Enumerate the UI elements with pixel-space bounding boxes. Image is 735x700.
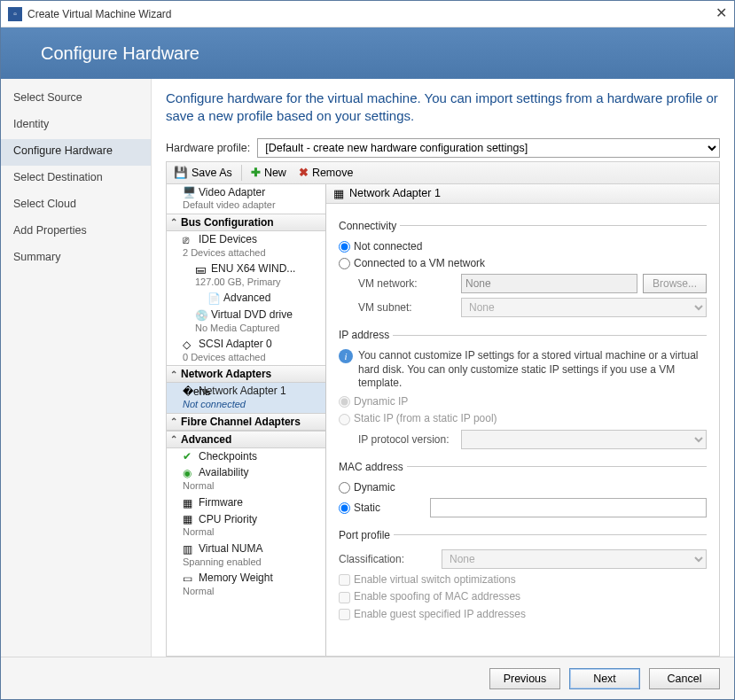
- port-profile-legend: Port profile: [339, 529, 394, 541]
- vm-subnet-select: None: [461, 298, 707, 317]
- collapse-icon: ⌃: [170, 217, 177, 227]
- main-panel: Configure hardware for the virtual machi…: [152, 79, 734, 657]
- step-select-cloud[interactable]: Select Cloud: [1, 192, 151, 219]
- dvd-icon: 💿: [195, 309, 207, 322]
- tree-dvd[interactable]: 💿Virtual DVD drive No Media Captured: [167, 307, 325, 336]
- disk-icon: 🖴: [195, 263, 207, 276]
- controller-icon: ⎚: [183, 234, 195, 246]
- tree-video-adapter[interactable]: 🖥️Video Adapter Default video adapter: [167, 184, 325, 214]
- mac-address-legend: MAC address: [339, 461, 407, 473]
- banner: Configure Hardware: [1, 27, 734, 79]
- scsi-icon: ◇: [183, 338, 195, 351]
- remove-button[interactable]: ✖ Remove: [293, 165, 359, 180]
- hardware-tree[interactable]: 🖥️Video Adapter Default video adapter ⌃B…: [167, 184, 326, 657]
- tree-disk[interactable]: 🖴ENU X64 WIND... 127.00 GB, Primary: [167, 261, 325, 290]
- toolbar-separator: [241, 165, 242, 181]
- step-add-properties[interactable]: Add Properties: [1, 219, 151, 245]
- collapse-icon: ⌃: [170, 434, 177, 444]
- monitor-icon: 🖥️: [183, 186, 195, 198]
- availability-icon: ◉: [183, 467, 195, 479]
- connectivity-group: Connectivity Not connected Connected to …: [339, 220, 707, 323]
- ip-protocol-label: IP protocol version:: [358, 433, 456, 446]
- details-body: Connectivity Not connected Connected to …: [326, 204, 719, 632]
- details-panel: ▦ Network Adapter 1 Connectivity Not con…: [326, 184, 719, 657]
- page-icon: 📄: [207, 292, 220, 305]
- save-as-button[interactable]: 💾 Save As: [168, 165, 238, 180]
- close-icon[interactable]: ✕: [715, 4, 727, 21]
- memory-icon: ▭: [183, 572, 195, 585]
- hardware-profile-select[interactable]: [Default - create new hardware configura…: [257, 138, 720, 158]
- step-configure-hardware[interactable]: Configure Hardware: [1, 139, 151, 166]
- tree-checkpoints[interactable]: ✔Checkpoints: [167, 448, 325, 465]
- collapse-icon: ⌃: [170, 369, 177, 379]
- ip-address-group: IP address i You cannot customize IP set…: [339, 329, 707, 453]
- step-summary[interactable]: Summary: [1, 245, 151, 272]
- intro-text: Configure hardware for the virtual machi…: [166, 89, 720, 126]
- mac-address-group: MAC address Dynamic Static: [339, 461, 707, 522]
- radio-mac-static[interactable]: Static: [339, 502, 380, 514]
- tree-availability[interactable]: ◉Availability Normal: [167, 464, 325, 494]
- step-select-source[interactable]: Select Source: [1, 86, 151, 113]
- remove-icon: ✖: [299, 166, 309, 179]
- hardware-area: 🖥️Video Adapter Default video adapter ⌃B…: [166, 184, 720, 657]
- tree-ide-devices[interactable]: ⎚IDE Devices 2 Devices attached: [167, 231, 325, 261]
- wizard-footer: Previous Next Cancel: [1, 657, 734, 699]
- tree-cat-network[interactable]: ⌃Network Adapters: [167, 365, 325, 383]
- titlebar: ▫ Create Virtual Machine Wizard ✕: [1, 1, 734, 27]
- new-button[interactable]: ✚ New: [246, 165, 292, 180]
- radio-mac-dynamic[interactable]: Dynamic: [339, 481, 395, 494]
- previous-button[interactable]: Previous: [489, 668, 560, 689]
- radio-not-connected[interactable]: Not connected: [339, 240, 422, 253]
- vm-subnet-label: VM subnet:: [358, 301, 456, 314]
- ip-info-text: You cannot customize IP settings for a s…: [358, 349, 707, 391]
- browse-button: Browse...: [643, 274, 707, 293]
- save-icon: 💾: [174, 166, 188, 179]
- check-icon: ✔: [183, 450, 195, 463]
- banner-title: Configure Hardware: [41, 43, 199, 64]
- nic-icon: ▦: [333, 187, 344, 200]
- cancel-button[interactable]: Cancel: [649, 668, 720, 689]
- info-icon: i: [339, 349, 353, 363]
- tree-cat-advanced[interactable]: ⌃Advanced: [167, 431, 325, 448]
- connectivity-legend: Connectivity: [339, 220, 400, 232]
- check-guest-ip: Enable guest specified IP addresses: [339, 608, 526, 620]
- wizard-window: ▫ Create Virtual Machine Wizard ✕ Config…: [0, 0, 735, 700]
- tree-cpu-priority[interactable]: ▦CPU Priority Normal: [167, 511, 325, 541]
- vm-network-label: VM network:: [358, 277, 456, 290]
- app-icon: ▫: [8, 7, 22, 21]
- mac-static-field[interactable]: [430, 498, 707, 517]
- tree-disk-advanced[interactable]: 📄Advanced: [167, 290, 325, 307]
- hardware-profile-label: Hardware profile:: [166, 142, 250, 154]
- wizard-steps-sidebar: Select Source Identity Configure Hardwar…: [1, 79, 152, 657]
- tree-memory-weight[interactable]: ▭Memory Weight Normal: [167, 570, 325, 599]
- next-button[interactable]: Next: [569, 668, 640, 689]
- hardware-toolbar: 💾 Save As ✚ New ✖ Remove: [166, 161, 720, 184]
- port-profile-group: Port profile Classification: None Enable…: [339, 529, 707, 625]
- plus-icon: ✚: [251, 166, 261, 179]
- nic-icon: �епь: [183, 385, 195, 398]
- radio-static-ip: Static IP (from a static IP pool): [339, 412, 497, 424]
- details-title: Network Adapter 1: [349, 187, 441, 199]
- chip-icon: ▦: [183, 497, 195, 509]
- collapse-icon: ⌃: [170, 416, 177, 426]
- radio-connected-vm-network[interactable]: Connected to a VM network: [339, 257, 485, 269]
- hardware-profile-row: Hardware profile: [Default - create new …: [166, 138, 720, 158]
- ip-address-legend: IP address: [339, 329, 393, 341]
- body: Select Source Identity Configure Hardwar…: [1, 79, 734, 657]
- tree-virtual-numa[interactable]: ▥Virtual NUMA Spanning enabled: [167, 541, 325, 570]
- tree-cat-fibre-channel[interactable]: ⌃Fibre Channel Adapters: [167, 413, 325, 431]
- window-title: Create Virtual Machine Wizard: [27, 8, 172, 20]
- tree-scsi[interactable]: ◇SCSI Adapter 0 0 Devices attached: [167, 336, 325, 365]
- classification-select: None: [442, 549, 707, 569]
- classification-label: Classification:: [339, 553, 436, 565]
- ip-protocol-select: [461, 430, 707, 449]
- numa-icon: ▥: [183, 543, 195, 556]
- details-header: ▦ Network Adapter 1: [326, 184, 719, 204]
- check-vswitch-opt: Enable virtual switch optimizations: [339, 573, 516, 586]
- tree-network-adapter-1[interactable]: �епьNetwork Adapter 1 Not connected: [167, 383, 325, 412]
- tree-cat-bus[interactable]: ⌃Bus Configuration: [167, 214, 325, 231]
- step-identity[interactable]: Identity: [1, 113, 151, 139]
- tree-firmware[interactable]: ▦Firmware: [167, 494, 325, 511]
- step-select-destination[interactable]: Select Destination: [1, 166, 151, 192]
- vm-network-field: [461, 274, 637, 293]
